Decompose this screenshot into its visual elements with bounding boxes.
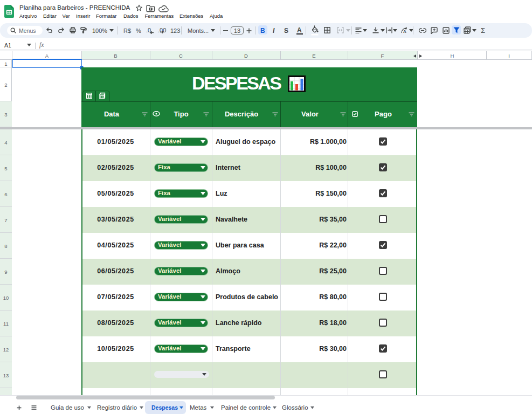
- svg-text:A: A: [403, 29, 406, 33]
